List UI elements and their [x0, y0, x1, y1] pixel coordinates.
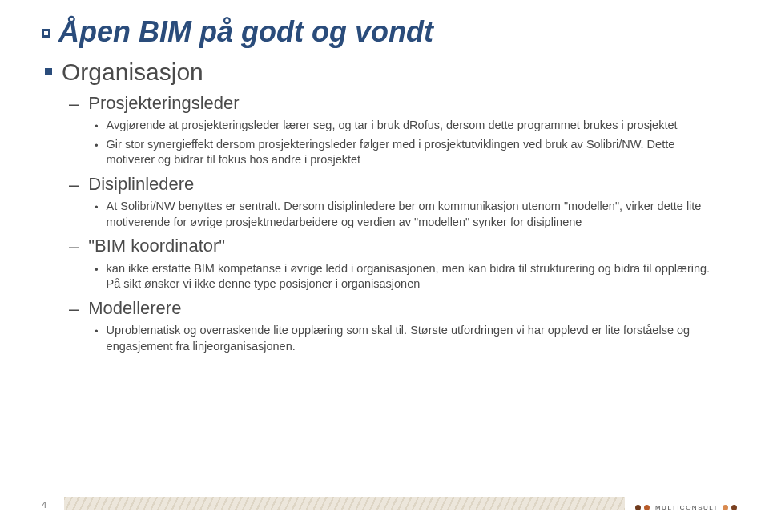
filled-square-bullet-icon: [45, 68, 52, 75]
slide-title: Åpen BIM på godt og vondt: [58, 14, 433, 49]
dot-bullet-icon: •: [95, 200, 99, 215]
slide-title-row: Åpen BIM på godt og vondt: [42, 14, 727, 49]
level2-row: – Disiplinledere: [69, 173, 727, 195]
level3-text: Avgjørende at prosjekteringsleder lærer …: [107, 118, 678, 134]
level2-heading: "BIM koordinator": [88, 235, 225, 257]
page-number: 4: [42, 500, 46, 510]
dash-bullet-icon: –: [69, 236, 79, 257]
level3-text: kan ikke erstatte BIM kompetanse i øvrig…: [107, 261, 723, 292]
level1-row: Organisasjon: [45, 57, 727, 87]
logo-dot-icon: [723, 505, 728, 510]
logo: MULTICONSULT: [635, 504, 737, 511]
level3-text: At Solibri/NW benyttes er sentralt. Ders…: [107, 199, 723, 230]
level2-row: – Prosjekteringsleder: [69, 92, 727, 115]
dot-bullet-icon: •: [95, 119, 99, 134]
square-bullet-icon: [42, 29, 50, 38]
footer: 4 MULTICONSULT: [0, 494, 769, 516]
dot-bullet-icon: •: [95, 263, 99, 277]
level2-heading: Disiplinledere: [88, 173, 194, 195]
level3-text: Uproblematisk og overraskende lite opplæ…: [107, 323, 723, 354]
level2-row: – Modellerere: [69, 297, 727, 320]
dash-bullet-icon: –: [69, 175, 79, 195]
level3-row: • kan ikke erstatte BIM kompetanse i øvr…: [95, 261, 727, 292]
level3-row: • Gir stor synergieffekt dersom prosjekt…: [95, 137, 727, 168]
dash-bullet-icon: –: [69, 94, 79, 115]
level3-row: • Uproblematisk og overraskende lite opp…: [95, 323, 727, 354]
level3-row: • Avgjørende at prosjekteringsleder lære…: [95, 118, 727, 134]
dash-bullet-icon: –: [69, 299, 79, 320]
decorative-band: [64, 497, 625, 510]
logo-dot-icon: [644, 505, 650, 510]
level3-text: Gir stor synergieffekt dersom prosjekter…: [107, 137, 723, 168]
level2-heading: Prosjekteringsleder: [88, 92, 239, 115]
slide: Åpen BIM på godt og vondt Organisasjon –…: [0, 0, 769, 532]
level2-row: – "BIM koordinator": [69, 235, 727, 257]
level2-heading: Modellerere: [88, 297, 181, 320]
level3-row: • At Solibri/NW benyttes er sentralt. De…: [95, 199, 727, 230]
logo-dot-icon: [635, 505, 641, 510]
dot-bullet-icon: •: [95, 139, 99, 153]
logo-dot-icon: [731, 505, 737, 510]
logo-text: MULTICONSULT: [655, 504, 719, 511]
dot-bullet-icon: •: [95, 324, 99, 339]
level1-text: Organisasjon: [62, 57, 203, 87]
